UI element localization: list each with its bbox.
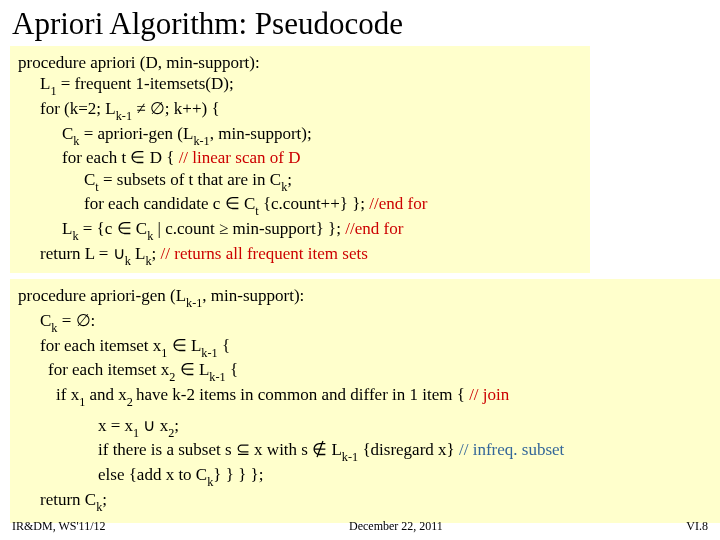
footer-right: VI.8 [686,519,708,534]
code-line: Ck = apriori-gen (Lk-1, min-support); [18,123,582,148]
pseudocode-block-2: procedure apriori-gen (Lk-1, min-support… [10,279,720,523]
code-line: if x1 and x2 have k-2 items in common an… [18,384,710,409]
code-line: x = x1 ∪ x2; [18,415,710,440]
code-line: if there is a subset s ⊆ x with s ∉ Lk-1… [18,439,710,464]
code-line: for (k=2; Lk-1 ≠ ∅; k++) { [18,98,582,123]
footer-center: December 22, 2011 [349,519,443,534]
code-line: Lk = {c ∈ Ck | c.count ≥ min-support} };… [18,218,582,243]
code-line: procedure apriori (D, min-support): [18,53,260,72]
code-line: L1 = frequent 1-itemsets(D); [18,73,582,98]
code-line: for each candidate c ∈ Ct {c.count++} };… [18,193,582,218]
code-line: return L = ∪k Lk; // returns all frequen… [18,243,582,268]
code-line: return Ck; [18,489,710,514]
slide: Apriori Algorithm: Pseudocode procedure … [0,0,720,540]
code-line: procedure apriori-gen (Lk-1, min-support… [18,286,304,305]
footer: IR&DM, WS'11/12 December 22, 2011 VI.8 [12,519,708,534]
slide-title: Apriori Algorithm: Pseudocode [0,0,720,44]
code-line: else {add x to Ck} } } }; [18,464,710,489]
code-line: for each itemset x2 ∈ Lk-1 { [18,359,710,384]
code-line: for each itemset x1 ∈ Lk-1 { [18,335,710,360]
code-line: Ck = ∅: [18,310,710,335]
code-line: Ct = subsets of t that are in Ck; [18,169,582,194]
code-line: for each t ∈ D { // linear scan of D [18,147,582,168]
footer-left: IR&DM, WS'11/12 [12,519,106,534]
pseudocode-block-1: procedure apriori (D, min-support): L1 =… [10,46,590,273]
